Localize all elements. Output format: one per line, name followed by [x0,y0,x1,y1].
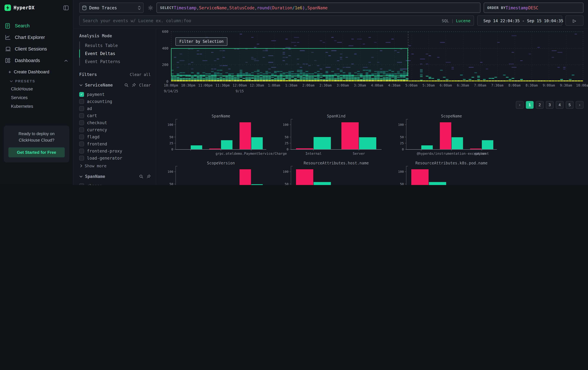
page-button-1[interactable]: 1 [526,101,534,109]
filter-item-checkout[interactable]: checkout [79,119,151,126]
filter-item-frontend[interactable]: frontend [79,140,151,147]
sidebar-item-kubernetes[interactable]: Kubernetes [0,102,73,111]
filter-by-selection-button[interactable]: Filter by Selection [176,37,228,46]
clear-all-button[interactable]: Clear all [130,72,151,77]
sidebar-nav: Search Chart Explorer Client Sessions Da… [0,20,73,111]
grid-icon [5,58,11,63]
svg-text:100: 100 [283,123,289,127]
page-button-2[interactable]: 2 [536,101,544,109]
search-icon[interactable] [139,174,143,179]
svg-text:ScopeName: ScopeName [441,114,462,118]
query-token: Timestamp [505,5,528,10]
heatmap-canvas[interactable] [171,31,583,81]
checkbox[interactable] [79,156,84,160]
analysis-mode-option-results-table[interactable]: Results Table [79,41,151,50]
checkbox[interactable] [79,120,84,125]
heatmap-x-tick: 1:30am [285,83,297,87]
gear-icon[interactable] [147,5,154,10]
sidebar: HyperDX Search Chart Explorer [0,0,74,185]
search-input[interactable]: Search your events w/ Lucene ex. column:… [79,15,474,26]
chart-resourceattributes-k8s-pod-name: ResourceAttributes.k8s.pod.name02550100p… [394,160,498,185]
analysis-mode-option-event-patterns[interactable]: Event Patterns [79,58,151,66]
date-range-picker[interactable]: Sep 14 22:04:35 - Sep 15 10:04:35 [477,15,562,26]
order-by-input[interactable]: ORDER BY Timestamp DESC [484,3,584,13]
page-button-3[interactable]: 3 [546,101,554,109]
date-range-value: Sep 14 22:04:35 - Sep 15 10:04:35 [483,18,563,23]
pin-icon[interactable] [132,83,136,87]
svg-text:50: 50 [169,135,173,139]
page-prev-button[interactable]: ‹ [516,101,524,109]
create-dashboard-button[interactable]: + Create Dashboard [0,67,73,77]
heatmap-date-label: 9/15 [236,89,244,93]
query-token: round [257,5,270,10]
page-button-4[interactable]: 4 [556,101,564,109]
checkbox[interactable] [79,183,84,185]
checkbox[interactable] [79,106,84,111]
sidebar-item-dashboards[interactable]: Dashboards [0,55,73,66]
svg-text:50: 50 [400,135,404,139]
svg-text:50: 50 [285,182,289,185]
chart-scopeversion: ScopeVersion025501000.1.00.51.1 [164,160,268,185]
sidebar-item-search[interactable]: Search [0,20,73,31]
checkbox[interactable] [79,99,84,104]
checkbox[interactable] [79,113,84,118]
filter-item-ad[interactable]: ad [79,105,151,112]
topbar-row-2: Search your events w/ Lucene ex. column:… [79,15,584,26]
filter-item-flagd[interactable]: flagd [79,133,151,140]
sidebar-collapse-icon[interactable] [63,5,69,10]
get-started-button[interactable]: Get Started for Free [8,148,65,158]
svg-text:0: 0 [402,147,404,151]
analysis-mode-list: Results TableEvent DeltasEvent Patterns [79,41,151,66]
checkbox[interactable] [79,127,84,132]
search-icon[interactable] [124,83,128,87]
analysis-mode-option-event-deltas[interactable]: Event Deltas [79,50,151,58]
checkbox[interactable] [79,134,84,139]
logo-row: HyperDX [0,0,73,15]
page-next-button[interactable]: › [576,101,584,109]
chevron-down-icon[interactable] [79,175,83,178]
filter-item-payment[interactable]: ✓payment [79,91,151,98]
heatmap-x-tick: 7:00am [474,83,486,87]
query-token: / [292,5,295,10]
pagination: ‹12345› [156,101,588,109]
sidebar-item-services[interactable]: Services [0,93,73,102]
chevron-down-icon [10,80,13,82]
checkbox[interactable]: ✓ [79,92,84,97]
presets-toggle[interactable]: PRESETS [0,77,73,85]
heatmap-y-tick: 400 [156,46,168,50]
sql-select-input[interactable]: SELECT Timestamp, ServiceName, StatusCod… [157,3,481,13]
checkbox[interactable] [79,141,84,146]
chart-scopename: ScopeName02550100@hyperdx/instrumentatio… [394,113,498,158]
chevron-up-icon[interactable] [64,58,68,63]
chevron-down-icon[interactable] [79,84,83,86]
svg-text:100: 100 [168,123,173,127]
chart-spankind: SpanKind02550100InternalServer [279,113,383,158]
filter-item-load-generator[interactable]: load-generator [79,154,151,161]
pin-icon[interactable] [147,174,151,179]
svg-text:50: 50 [400,182,404,185]
sidebar-item-clickhouse[interactable]: ClickHouse [0,85,73,93]
filter-item-currency[interactable]: currency [79,126,151,133]
sidebar-item-client-sessions[interactable]: Client Sessions [0,43,73,55]
filter-item-change[interactable]: change [79,182,151,185]
filter-item-frontend-proxy[interactable]: frontend-proxy [79,147,151,154]
page-button-5[interactable]: 5 [566,101,574,109]
presets-label: PRESETS [15,79,35,83]
svg-text:50: 50 [285,135,289,139]
checkbox[interactable] [79,149,84,153]
line-chart-icon [5,34,11,40]
run-query-button[interactable]: ▷ [566,15,584,26]
filter-item-accounting[interactable]: accounting [79,98,151,105]
filter-item-cart[interactable]: cart [79,112,151,119]
lucene-toggle[interactable]: Lucene [456,18,471,23]
clear-filter-button[interactable]: Clear [139,83,151,87]
source-select[interactable]: Demo Traces [79,3,144,13]
filter-section-header: SpanName [79,174,151,179]
sidebar-item-label: Chart Explorer [15,35,45,40]
svg-text:50: 50 [169,182,173,185]
sidebar-item-chart-explorer[interactable]: Chart Explorer [0,31,73,43]
heatmap-x-tick: 2:00am [302,83,315,87]
show-more-button[interactable]: Show more [79,163,151,168]
svg-text:payment: payment [475,152,489,156]
sql-toggle[interactable]: SQL [442,18,449,23]
